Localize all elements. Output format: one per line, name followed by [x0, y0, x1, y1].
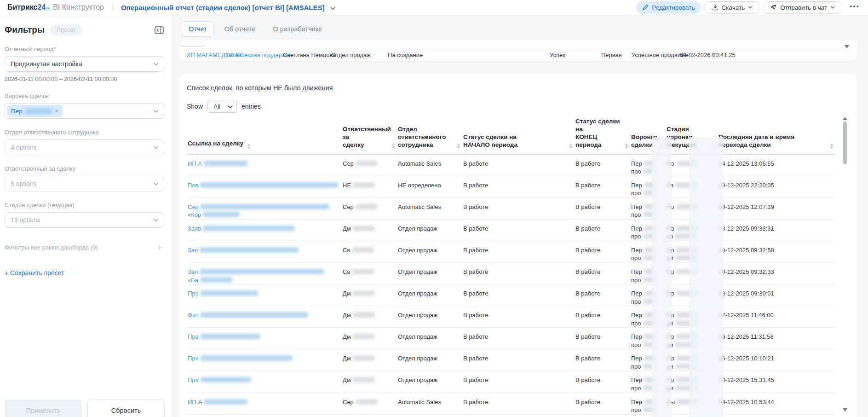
sort-arrows-icon[interactable] [625, 143, 628, 149]
deal-link-cell[interactable]: Про [187, 284, 342, 306]
department-filter-select[interactable]: 4 options [5, 139, 164, 155]
table-row: ИП АСерAutomatic SalesВ работеВ работеПе… [187, 393, 835, 414]
visible-text-prefix: про [631, 211, 641, 218]
sort-arrows-icon[interactable] [569, 143, 573, 149]
tab-о-разработчике[interactable]: О разработчике [266, 21, 329, 37]
column-header-3[interactable]: Статус сделки наНАЧАЛО периода [462, 116, 575, 154]
tab-отчет[interactable]: Отчет [182, 21, 214, 37]
visible-text-prefix: Дм [343, 333, 351, 340]
deal-link-cell[interactable]: Про [187, 328, 342, 349]
transition-datetime-cell: 24-12-2025 13:05:55 [718, 154, 835, 176]
blurred-text [353, 334, 375, 339]
column-header-1[interactable]: Ответственный засделку [342, 116, 397, 154]
column-header-label: Ссылка на сделку [188, 140, 243, 147]
header-divider [112, 3, 113, 12]
send-to-chat-button[interactable]: Отправить в чат [764, 1, 841, 14]
responsible-cell: Св [342, 241, 397, 262]
visible-text-prefix: Зап [188, 247, 198, 254]
visible-text-prefix: Фит [188, 312, 198, 319]
scrollbar-thumb[interactable] [843, 122, 847, 164]
column-header-0[interactable]: Ссылка на сделку [187, 116, 342, 154]
reset-button[interactable]: Сбросить [87, 400, 165, 417]
outer-dashboard-filters[interactable]: Фильтры вне рамок дашборда (0) › [5, 243, 164, 252]
deal-stage-filter-select[interactable]: 13 options [5, 212, 164, 228]
period-filter-select[interactable]: Продвинутая настройка [5, 56, 164, 72]
column-header-4[interactable]: Статус сделки наКОНЕЦ периода [575, 116, 630, 154]
download-button[interactable]: Скачать [706, 1, 759, 14]
visible-text-prefix: «Кор [188, 211, 201, 218]
save-preset-link[interactable]: + Сохранить пресет [5, 269, 164, 277]
sort-arrows-icon[interactable] [247, 144, 251, 149]
status-end-cell: В работе [575, 154, 630, 176]
deal-link-cell[interactable]: При [187, 349, 342, 371]
visible-text-prefix: Дм [343, 312, 351, 319]
status-end-cell: В работе [575, 241, 630, 262]
upper-show-select-fragment[interactable] [180, 41, 205, 47]
department-cell: Отдел продаж [397, 219, 462, 241]
scroll-down-icon[interactable] [843, 408, 847, 411]
column-header-2[interactable]: Отдел ответственногосотрудника [397, 116, 462, 154]
funnel-filter-select[interactable]: Пер ✕ [5, 103, 164, 119]
apply-button[interactable]: Применить [5, 400, 82, 417]
blurred-text [201, 290, 258, 296]
column-header-label: Статус сделки на [575, 118, 623, 133]
visible-text-prefix: Пер [631, 312, 642, 319]
visible-text-prefix: Пер [631, 203, 642, 210]
deal-link-cell[interactable]: Фит [187, 306, 342, 328]
responsible-cell: Св [342, 262, 397, 284]
department-cell: НЕ определено [397, 176, 462, 197]
visible-text-prefix: Про [188, 290, 199, 297]
blurred-text [352, 269, 374, 274]
blurred-text [353, 312, 375, 318]
responsible-cell: Сер [342, 197, 397, 219]
panel-collapse-icon [155, 26, 164, 34]
blurred-text [200, 312, 308, 318]
chevron-down-icon [748, 6, 753, 9]
sort-arrows-icon[interactable] [391, 143, 395, 149]
chevron-down-icon [153, 110, 159, 113]
visible-text-prefix: Дм [343, 290, 351, 297]
deal-link-cell[interactable]: Авт [187, 414, 342, 417]
sidebar-collapse-button[interactable] [155, 26, 164, 34]
visible-text-prefix: про [631, 190, 641, 197]
responsible-filter-select[interactable]: 9 options [5, 176, 164, 191]
tab-об-отчете[interactable]: Об отчете [218, 21, 263, 37]
blurred-text [353, 226, 375, 231]
status-end-cell: В работе [575, 197, 630, 219]
table-row: ПриДмОтдел продажВ работеВ работеПерпроП… [187, 349, 835, 371]
deal-stage-filter-label: Стадия сделки (текущая) [5, 202, 164, 208]
deal-link-cell[interactable]: Зап [187, 241, 342, 262]
column-header-7[interactable]: Последняя дата и времяперехода сделки [718, 116, 835, 154]
deal-link-cell[interactable]: ИП А [187, 154, 342, 176]
deal-link-cell[interactable]: Пов [187, 176, 342, 197]
upper-scroll-down-icon[interactable] [845, 45, 849, 48]
deal-link-cell[interactable]: Про [187, 371, 342, 393]
logo-text-bi-constructor: BI Конструктор [53, 3, 104, 12]
visible-text-prefix: про [631, 406, 641, 413]
chip-close-icon[interactable]: ✕ [55, 108, 59, 114]
deal-link-cell[interactable]: Зап«Ба [187, 262, 342, 284]
department-cell: Отдел продаж [397, 306, 462, 328]
entries-count-select[interactable]: All [207, 100, 237, 113]
chevron-down-icon [153, 219, 159, 222]
scroll-up-icon[interactable] [843, 117, 847, 120]
deal-link-cell[interactable]: ИП А [187, 393, 342, 414]
table-scrollbar[interactable] [843, 117, 847, 411]
status-start-cell: В работе [462, 262, 575, 284]
visible-text-prefix: про [631, 277, 641, 284]
deal-stage-filter-placeholder: 13 options [11, 216, 40, 224]
more-menu-icon[interactable]: ••• [850, 2, 860, 10]
deal-link-cell[interactable]: Сер«Кор [187, 197, 342, 219]
visible-text-prefix: Пер [631, 247, 642, 254]
sort-arrows-icon[interactable] [830, 143, 834, 149]
sort-arrows-icon[interactable] [457, 143, 460, 149]
visible-text-prefix: При [188, 355, 199, 362]
download-button-label: Скачать [722, 4, 745, 11]
deal-link-cell[interactable]: Заяв [187, 219, 342, 241]
visible-text-prefix: про [631, 255, 641, 261]
report-title-dropdown[interactable]: Операционный отчет (стадии сделок) [отче… [121, 4, 335, 12]
edit-button[interactable]: Редактировать [636, 1, 701, 14]
visible-text-prefix: «Ба [188, 277, 198, 284]
upper-row-link[interactable]: Техническая поддержка [225, 52, 292, 58]
status-start-cell: В работе [462, 306, 575, 328]
